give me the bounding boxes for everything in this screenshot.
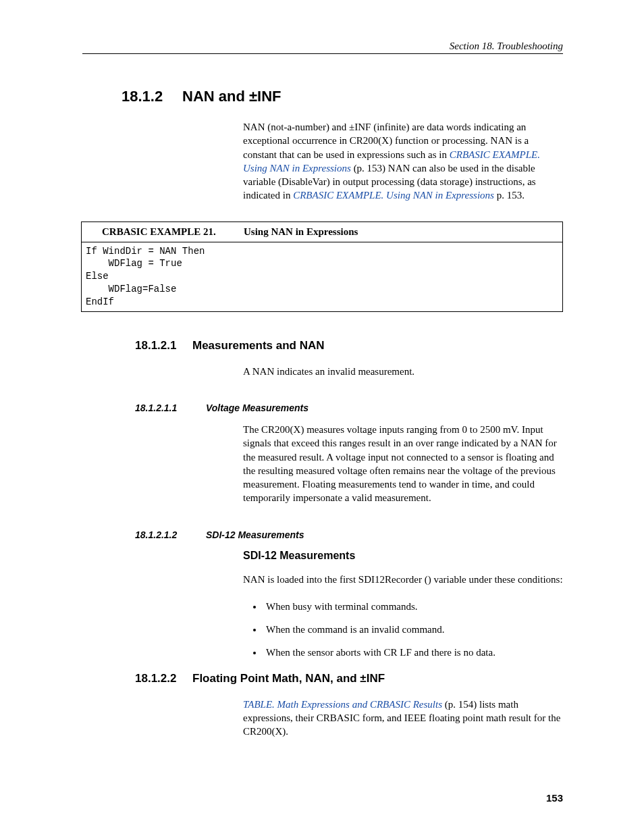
voltage-paragraph: The CR200(X) measures voltage inputs ran… bbox=[243, 423, 563, 505]
crbasic-example-box: CRBASIC EXAMPLE 21.Using NAN in Expressi… bbox=[81, 221, 563, 312]
measurements-paragraph: A NAN indicates an invalid measurement. bbox=[243, 365, 563, 378]
link-table-math-expressions[interactable]: TABLE. Math Expressions and CRBASIC Resu… bbox=[243, 699, 442, 710]
example-label: CRBASIC EXAMPLE 21. bbox=[88, 226, 244, 238]
example-code: If WindDir = NAN Then WDFlag = True Else… bbox=[82, 242, 562, 311]
running-header: Section 18. Troubleshooting bbox=[82, 41, 563, 54]
heading-title: SDI-12 Measurements bbox=[206, 529, 304, 540]
float-paragraph: TABLE. Math Expressions and CRBASIC Resu… bbox=[243, 698, 563, 739]
intro-paragraph: NAN (not-a-number) and ±INF (infinite) a… bbox=[243, 120, 563, 203]
heading-18-1-2-1-2: 18.1.2.1.2SDI-12 Measurements bbox=[135, 529, 563, 540]
heading-number: 18.1.2.2 bbox=[135, 672, 192, 685]
list-item: When the sensor aborts with CR LF and th… bbox=[263, 646, 563, 659]
heading-18-1-2-2: 18.1.2.2Floating Point Math, NAN, and ±I… bbox=[135, 672, 563, 685]
list-item: When busy with terminal commands. bbox=[263, 600, 563, 613]
heading-number: 18.1.2.1.2 bbox=[135, 529, 206, 540]
sdi12-conditions-list: When busy with terminal commands. When t… bbox=[263, 600, 563, 660]
example-header: CRBASIC EXAMPLE 21.Using NAN in Expressi… bbox=[82, 222, 562, 242]
page-content: 18.1.2NAN and ±INF NAN (not-a-number) an… bbox=[81, 88, 563, 752]
list-item: When the command is an invalid command. bbox=[263, 623, 563, 636]
heading-title: Measurements and NAN bbox=[192, 339, 325, 352]
text: p. 153. bbox=[494, 190, 525, 201]
sdi12-subheading: SDI-12 Measurements bbox=[243, 550, 563, 562]
heading-number: 18.1.2.1 bbox=[135, 339, 192, 353]
heading-title: Voltage Measurements bbox=[206, 402, 308, 413]
sdi12-paragraph: NAN is loaded into the first SDI12Record… bbox=[243, 573, 563, 586]
heading-18-1-2-1: 18.1.2.1Measurements and NAN bbox=[135, 339, 563, 353]
heading-title: NAN and ±INF bbox=[182, 88, 281, 105]
heading-title: Floating Point Math, NAN, and ±INF bbox=[192, 672, 385, 685]
heading-18-1-2: 18.1.2NAN and ±INF bbox=[122, 88, 563, 105]
heading-18-1-2-1-1: 18.1.2.1.1Voltage Measurements bbox=[135, 402, 563, 413]
heading-number: 18.1.2 bbox=[122, 88, 182, 105]
example-title: Using NAN in Expressions bbox=[244, 226, 358, 237]
heading-number: 18.1.2.1.1 bbox=[135, 402, 206, 413]
link-crbasic-example-nan-2[interactable]: CRBASIC EXAMPLE. Using NAN in Expression… bbox=[293, 190, 494, 201]
page-number: 153 bbox=[546, 792, 563, 804]
